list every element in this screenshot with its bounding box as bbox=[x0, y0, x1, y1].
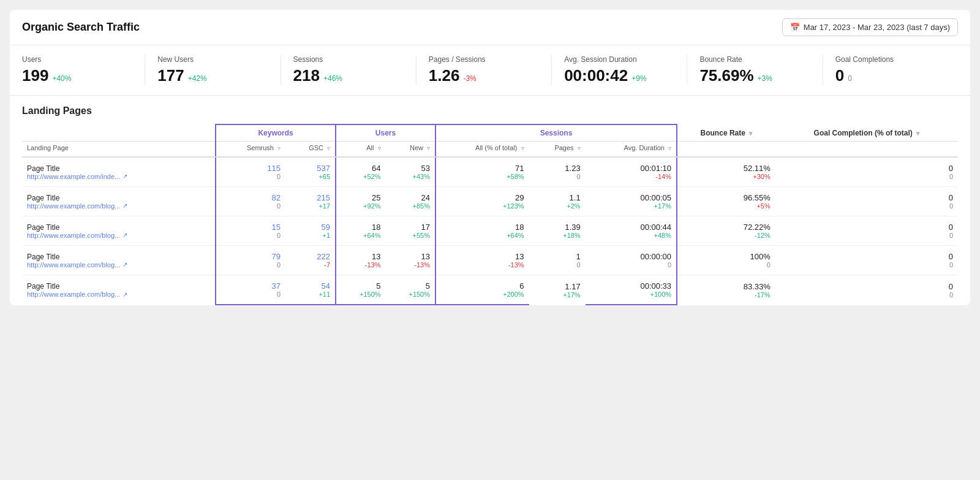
table-row: Page Title http://www.example.com/blog..… bbox=[22, 246, 958, 275]
cell-users-new: 17 +55% bbox=[386, 216, 435, 246]
cell-gsc: 215 +17 bbox=[285, 187, 336, 216]
table-row: Page Title http://www.example.com/blog..… bbox=[22, 187, 958, 216]
semrush-filter-icon[interactable]: ▿ bbox=[277, 145, 281, 151]
cell-users-all: 5 +150% bbox=[336, 275, 385, 305]
cell-users-new: 53 +43% bbox=[386, 157, 435, 187]
table-row: Page Title http://www.example.com/inde..… bbox=[22, 157, 958, 187]
cell-goal-completion: 0 0 bbox=[775, 216, 958, 246]
metric-sessions-label: Sessions bbox=[293, 55, 404, 64]
page-title-text: Page Title bbox=[27, 253, 210, 261]
metric-goal-completions-value: 0 bbox=[835, 66, 844, 85]
bounce-rate-filter-icon[interactable]: ▿ bbox=[749, 130, 752, 137]
cell-sess-duration: 00:00:00 0 bbox=[586, 246, 677, 275]
gsc-filter-icon[interactable]: ▿ bbox=[327, 145, 330, 151]
metric-goal-completions-label: Goal Completions bbox=[835, 55, 946, 64]
cell-sess-all: 18 +64% bbox=[435, 216, 529, 246]
cell-bounce-rate: 100% 0 bbox=[677, 246, 775, 275]
page-title-text: Page Title bbox=[27, 223, 210, 232]
th-sessions-group: Sessions bbox=[435, 124, 677, 142]
th-users-group: Users bbox=[336, 124, 435, 142]
metric-bounce-rate-value: 75.69% bbox=[699, 66, 753, 85]
landing-pages-table: Keywords Users Sessions Bounce Rate ▿ Go… bbox=[22, 124, 958, 305]
metric-avg-duration-change: +9% bbox=[631, 74, 646, 83]
cell-sess-duration: 00:00:44 +48% bbox=[586, 216, 677, 246]
date-range-label: Mar 17, 2023 - Mar 23, 2023 (last 7 days… bbox=[804, 23, 950, 32]
cell-bounce-rate: 83.33% -17% bbox=[677, 275, 775, 305]
cell-landing-page: Page Title http://www.example.com/blog..… bbox=[22, 275, 216, 305]
cell-users-new: 13 -13% bbox=[386, 246, 435, 275]
users-new-filter-icon[interactable]: ▿ bbox=[427, 145, 430, 151]
th-goal-completion-group: Goal Completion (% of total) ▿ bbox=[775, 124, 958, 142]
page-url-link[interactable]: http://www.example.com/blog... ↗ bbox=[27, 261, 210, 269]
metric-users-value: 199 bbox=[22, 66, 48, 85]
cell-sess-all: 13 -13% bbox=[435, 246, 529, 275]
cell-users-all: 25 +92% bbox=[336, 187, 385, 216]
th-sess-pages: Pages ▿ bbox=[529, 142, 586, 158]
cell-bounce-rate: 52.11% +30% bbox=[677, 157, 775, 187]
metric-bounce-rate-label: Bounce Rate bbox=[699, 55, 810, 64]
cell-users-new: 5 +150% bbox=[386, 275, 435, 305]
metric-bounce-rate-change: +3% bbox=[758, 74, 772, 83]
cell-sess-pages: 1.17 +17% bbox=[529, 275, 586, 305]
sess-duration-filter-icon[interactable]: ▿ bbox=[668, 145, 671, 151]
th-landing-page-sub: Landing Page bbox=[22, 142, 216, 158]
th-keywords-group: Keywords bbox=[216, 124, 336, 142]
metric-bounce-rate: Bounce Rate 75.69% +3% bbox=[699, 55, 823, 85]
th-users-all: All ▿ bbox=[336, 142, 385, 158]
metric-pages-sessions-label: Pages / Sessions bbox=[429, 55, 539, 64]
cell-gsc: 54 +11 bbox=[285, 275, 336, 305]
cell-sess-all: 71 +58% bbox=[435, 157, 529, 187]
cell-goal-completion: 0 0 bbox=[775, 275, 958, 305]
cell-landing-page: Page Title http://www.example.com/blog..… bbox=[22, 187, 216, 216]
metric-new-users-change: +42% bbox=[188, 74, 207, 83]
cell-sess-duration: 00:01:10 -14% bbox=[586, 157, 677, 187]
table-row: Page Title http://www.example.com/blog..… bbox=[22, 275, 958, 305]
cell-bounce-rate: 96.55% +5% bbox=[677, 187, 775, 216]
landing-pages-section: Landing Pages Keywords Users Sessions Bo… bbox=[10, 96, 970, 305]
page-url-link[interactable]: http://www.example.com/inde... ↗ bbox=[27, 173, 210, 180]
th-users-new: New ▿ bbox=[386, 142, 435, 158]
metric-new-users-value: 177 bbox=[157, 66, 184, 85]
metric-pages-sessions-change: -3% bbox=[463, 74, 476, 83]
page-title-text: Page Title bbox=[27, 164, 210, 173]
cell-goal-completion: 0 0 bbox=[775, 157, 958, 187]
metric-new-users-label: New Users bbox=[157, 55, 268, 64]
page-url-link[interactable]: http://www.example.com/blog... ↗ bbox=[27, 232, 210, 239]
sess-all-filter-icon[interactable]: ▿ bbox=[521, 145, 524, 151]
sess-pages-filter-icon[interactable]: ▿ bbox=[578, 145, 581, 151]
metric-sessions-change: +46% bbox=[323, 74, 342, 83]
cell-gsc: 537 +65 bbox=[285, 157, 336, 187]
th-bounce-rate-sub bbox=[677, 142, 775, 158]
cell-sess-all: 6 +200% bbox=[435, 275, 529, 305]
cell-sess-all: 29 +123% bbox=[435, 187, 529, 216]
cell-goal-completion: 0 0 bbox=[775, 246, 958, 275]
metric-pages-sessions: Pages / Sessions 1.26 -3% bbox=[429, 55, 552, 85]
cell-goal-completion: 0 0 bbox=[775, 187, 958, 216]
metric-goal-completions: Goal Completions 0 0 bbox=[835, 55, 958, 85]
cell-users-all: 18 +64% bbox=[336, 216, 385, 246]
external-link-icon: ↗ bbox=[123, 232, 127, 238]
cell-gsc: 59 +1 bbox=[285, 216, 336, 246]
metric-pages-sessions-value: 1.26 bbox=[429, 66, 460, 85]
calendar-icon: 📅 bbox=[790, 23, 800, 32]
landing-pages-table-wrapper: Keywords Users Sessions Bounce Rate ▿ Go… bbox=[22, 124, 958, 305]
external-link-icon: ↗ bbox=[123, 261, 127, 268]
cell-landing-page: Page Title http://www.example.com/blog..… bbox=[22, 216, 216, 246]
cell-semrush: 82 0 bbox=[216, 187, 285, 216]
cell-users-all: 13 -13% bbox=[336, 246, 385, 275]
th-sess-avg-duration: Avg. Duration ▿ bbox=[586, 142, 677, 158]
cell-semrush: 15 0 bbox=[216, 216, 285, 246]
users-all-filter-icon[interactable]: ▿ bbox=[378, 145, 381, 151]
cell-sess-pages: 1 0 bbox=[529, 246, 586, 275]
metric-avg-duration-value: 00:00:42 bbox=[564, 66, 628, 85]
cell-semrush: 115 0 bbox=[216, 157, 285, 187]
page-url-link[interactable]: http://www.example.com/blog... ↗ bbox=[27, 291, 210, 298]
cell-sess-duration: 00:00:05 +17% bbox=[586, 187, 677, 216]
date-range-picker[interactable]: 📅 Mar 17, 2023 - Mar 23, 2023 (last 7 da… bbox=[782, 18, 958, 36]
cell-sess-duration: 00:00:33 +100% bbox=[586, 275, 677, 305]
cell-landing-page: Page Title http://www.example.com/inde..… bbox=[22, 157, 216, 187]
page-url-link[interactable]: http://www.example.com/blog... ↗ bbox=[27, 202, 210, 210]
cell-semrush: 79 0 bbox=[216, 246, 285, 275]
goal-completion-filter-icon[interactable]: ▿ bbox=[916, 130, 919, 137]
cell-sess-pages: 1.1 +2% bbox=[529, 187, 586, 216]
